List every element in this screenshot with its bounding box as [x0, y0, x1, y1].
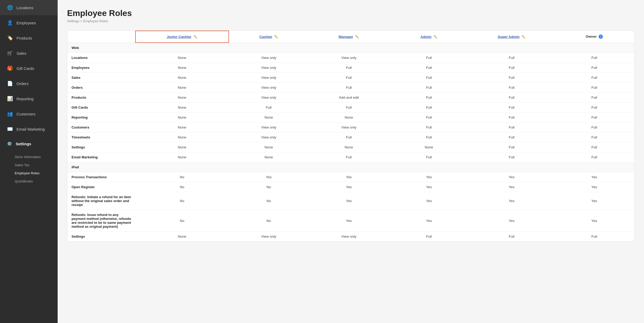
cell-super_admin-9: Full	[469, 142, 554, 152]
sidebar-label-customers: Customers	[17, 112, 36, 116]
cell-manager-5: Full	[309, 103, 389, 113]
table-row: Email MarketingNoneNoneFullFullFullFull	[67, 152, 634, 162]
cell-admin-1: Full	[389, 63, 469, 73]
cell-cashier-6: None	[229, 113, 309, 122]
col-link-junior-cashier[interactable]: Junior Cashier	[167, 35, 192, 39]
row-feature-3: Refunds: Issue refund to any payment met…	[67, 210, 135, 232]
row-feature-10: Email Marketing	[67, 152, 135, 162]
cell-super_admin-2: Full	[469, 73, 554, 83]
sidebar-label-email-marketing: Email Marketing	[17, 127, 45, 131]
row-feature-5: Gift Cards	[67, 103, 135, 113]
col-header-admin[interactable]: Admin ✏️	[389, 31, 469, 43]
cell-manager-0: View only	[309, 53, 389, 63]
cell-admin-3: Yes	[389, 210, 469, 232]
cell-junior_cashier-1: None	[135, 63, 229, 73]
table-row: SettingsNoneView onlyView onlyFullFullFu…	[67, 232, 634, 242]
cell-cashier-0: View only	[229, 53, 309, 63]
roles-table: Junior Cashier ✏️Cashier ✏️Manager ✏️Adm…	[67, 31, 634, 241]
cell-manager-10: Full	[309, 152, 389, 162]
row-feature-8: Timesheets	[67, 132, 135, 142]
col-link-admin[interactable]: Admin	[421, 35, 432, 39]
employees-icon: 👤	[7, 20, 13, 26]
cell-owner-6: Full	[554, 113, 634, 122]
cell-junior_cashier-6: None	[135, 113, 229, 122]
cell-super_admin-4: Full	[469, 93, 554, 103]
cell-manager-6: None	[309, 113, 389, 122]
orders-icon: 📄	[7, 81, 13, 86]
col-header-owner[interactable]: Owner i	[554, 31, 634, 43]
row-feature-7: Customers	[67, 122, 135, 132]
sidebar-item-sales[interactable]: 🛒Sales	[0, 46, 58, 61]
cell-junior_cashier-9: None	[135, 142, 229, 152]
row-feature-4: Settings	[67, 232, 135, 242]
sidebar: 🌐Locations👤Employees🏷️Products🛒Sales🎁Gif…	[0, 0, 58, 323]
sidebar-settings[interactable]: ⚙️ Settings	[0, 137, 58, 151]
sidebar-label-locations: Locations	[17, 5, 33, 10]
cell-owner-3: Full	[554, 83, 634, 93]
col-header-cashier[interactable]: Cashier ✏️	[229, 31, 309, 43]
cell-super_admin-4: Full	[469, 232, 554, 242]
table-row: Refunds: Initiate a refund for an item w…	[67, 192, 634, 210]
cell-admin-2: Yes	[389, 192, 469, 210]
col-header-super-admin[interactable]: Super Admin ✏️	[469, 31, 554, 43]
cell-junior_cashier-4: None	[135, 93, 229, 103]
col-link-super-admin[interactable]: Super Admin	[498, 35, 520, 39]
roles-table-container: Junior Cashier ✏️Cashier ✏️Manager ✏️Adm…	[67, 30, 635, 242]
customers-icon: 👥	[7, 111, 13, 117]
cell-admin-0: Full	[389, 53, 469, 63]
sidebar-item-email-marketing[interactable]: ✉️Email Marketing	[0, 121, 58, 137]
cell-junior_cashier-3: None	[135, 83, 229, 93]
cell-manager-1: Yes	[309, 182, 389, 192]
cell-super_admin-0: Yes	[469, 172, 554, 182]
cell-cashier-4: View only	[229, 232, 309, 242]
cell-cashier-1: No	[229, 182, 309, 192]
sidebar-item-locations[interactable]: 🌐Locations	[0, 0, 58, 15]
gift-cards-icon: 🎁	[7, 65, 13, 71]
table-row: ReportingNoneNoneNoneFullFullFull	[67, 113, 634, 122]
sidebar-item-reporting[interactable]: 📊Reporting	[0, 91, 58, 106]
table-row: ProductsNoneView onlyAdd and editFullFul…	[67, 93, 634, 103]
cell-admin-10: Full	[389, 152, 469, 162]
info-icon-owner[interactable]: i	[599, 35, 603, 39]
cell-admin-8: Full	[389, 132, 469, 142]
sidebar-item-gift-cards[interactable]: 🎁Gift Cards	[0, 61, 58, 76]
table-row: Process TransactionsNoYesYesYesYesYes	[67, 172, 634, 182]
cell-manager-2: Yes	[309, 192, 389, 210]
row-feature-0: Locations	[67, 53, 135, 63]
cell-junior_cashier-7: None	[135, 122, 229, 132]
col-link-manager[interactable]: Manager	[339, 35, 353, 39]
sidebar-item-customers[interactable]: 👥Customers	[0, 106, 58, 121]
cell-cashier-5: Full	[229, 103, 309, 113]
cell-super_admin-2: Yes	[469, 192, 554, 210]
cell-junior_cashier-1: No	[135, 182, 229, 192]
cell-junior_cashier-5: None	[135, 103, 229, 113]
col-header-feature	[67, 31, 135, 43]
sidebar-sub-quickbooks[interactable]: QuickBooks	[0, 177, 58, 185]
cell-admin-4: Full	[389, 93, 469, 103]
cell-super_admin-8: Full	[469, 132, 554, 142]
sidebar-sub-sales-tax[interactable]: Sales Tax	[0, 161, 58, 169]
cell-cashier-3: View only	[229, 83, 309, 93]
breadcrumb-root: Settings	[67, 19, 79, 23]
sidebar-sub-employee-roles[interactable]: Employee Roles	[0, 169, 58, 177]
col-header-junior-cashier[interactable]: Junior Cashier ✏️	[135, 31, 229, 43]
row-feature-3: Orders	[67, 83, 135, 93]
page-title: Employee Roles	[67, 8, 635, 18]
cell-owner-9: Full	[554, 142, 634, 152]
cell-admin-9: None	[389, 142, 469, 152]
cell-owner-8: Full	[554, 132, 634, 142]
col-link-cashier[interactable]: Cashier	[259, 35, 272, 39]
sidebar-item-products[interactable]: 🏷️Products	[0, 30, 58, 46]
row-feature-4: Products	[67, 93, 135, 103]
table-row: Refunds: Issue refund to any payment met…	[67, 210, 634, 232]
cell-cashier-1: View only	[229, 63, 309, 73]
products-icon: 🏷️	[7, 35, 13, 41]
row-feature-1: Employees	[67, 63, 135, 73]
sidebar-item-orders[interactable]: 📄Orders	[0, 76, 58, 91]
sidebar-sub-store-information[interactable]: Store Information	[0, 153, 58, 161]
sidebar-item-employees[interactable]: 👤Employees	[0, 15, 58, 30]
cell-manager-1: Full	[309, 63, 389, 73]
table-row: OrdersNoneView onlyFullFullFullFull	[67, 83, 634, 93]
cell-junior_cashier-2: None	[135, 73, 229, 83]
col-header-manager[interactable]: Manager ✏️	[309, 31, 389, 43]
